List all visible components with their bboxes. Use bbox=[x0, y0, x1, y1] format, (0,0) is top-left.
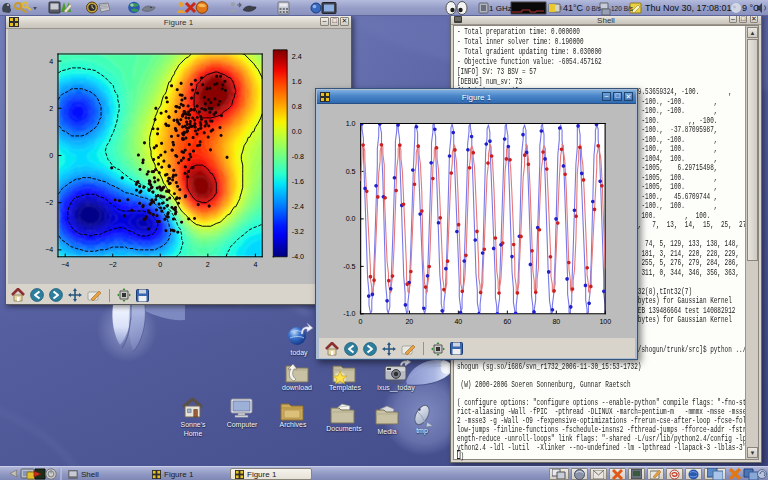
svg-text:2.4: 2.4 bbox=[292, 53, 302, 61]
svg-text:0.8: 0.8 bbox=[292, 103, 302, 111]
svg-text:1.0: 1.0 bbox=[346, 120, 356, 128]
svg-text:0: 0 bbox=[358, 318, 362, 326]
svg-text:80: 80 bbox=[552, 318, 560, 326]
svg-text:-0.8: -0.8 bbox=[292, 153, 304, 161]
svg-text:0.0: 0.0 bbox=[346, 215, 356, 223]
svg-text:-4.0: -4.0 bbox=[292, 253, 304, 261]
svg-text:1.6: 1.6 bbox=[292, 78, 302, 86]
svg-text:2: 2 bbox=[49, 105, 53, 113]
svg-text:4: 4 bbox=[49, 58, 53, 66]
svg-text:-0.5: -0.5 bbox=[343, 263, 355, 271]
svg-text:−4: −4 bbox=[45, 246, 53, 254]
svg-text:100: 100 bbox=[599, 318, 611, 326]
svg-text:40: 40 bbox=[454, 318, 462, 326]
svg-text:-1.0: -1.0 bbox=[343, 310, 355, 318]
svg-text:0.0: 0.0 bbox=[292, 128, 302, 136]
svg-text:-2.4: -2.4 bbox=[292, 203, 304, 211]
svg-text:2: 2 bbox=[206, 261, 210, 269]
svg-text:−4: −4 bbox=[61, 261, 69, 269]
svg-text:-3.2: -3.2 bbox=[292, 228, 304, 236]
svg-text:20: 20 bbox=[405, 318, 413, 326]
svg-text:-1.6: -1.6 bbox=[292, 178, 304, 186]
svg-text:60: 60 bbox=[503, 318, 511, 326]
svg-text:0: 0 bbox=[158, 261, 162, 269]
svg-text:0: 0 bbox=[49, 152, 53, 160]
svg-text:−2: −2 bbox=[109, 261, 117, 269]
svg-text:0.5: 0.5 bbox=[346, 168, 356, 176]
svg-text:4: 4 bbox=[253, 261, 257, 269]
svg-text:−2: −2 bbox=[45, 199, 53, 207]
